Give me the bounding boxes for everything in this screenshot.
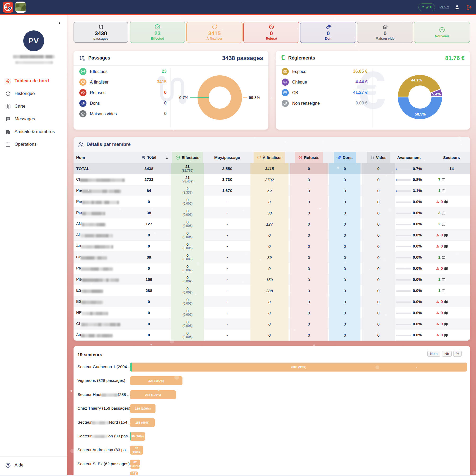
svg-text:50.5%: 50.5%	[415, 112, 425, 116]
svg-text:5.4%: 5.4%	[432, 92, 441, 96]
svg-text:99.3%: 99.3%	[249, 95, 260, 100]
svg-text:0.7%: 0.7%	[179, 95, 188, 100]
svg-text:44.1%: 44.1%	[411, 78, 422, 82]
